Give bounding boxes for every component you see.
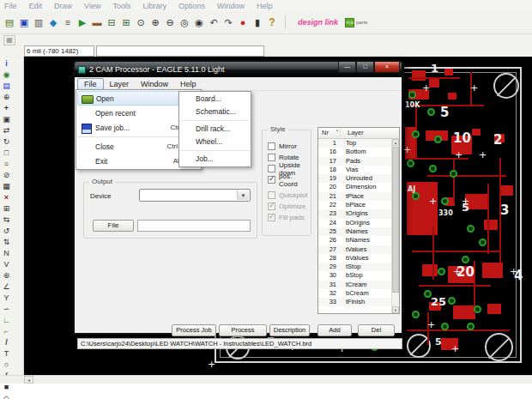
- submenu-item[interactable]: Schematic...: [180, 106, 250, 121]
- delete-tool[interactable]: ×: [1, 191, 12, 203]
- style-checkbox[interactable]: Fill pads: [268, 212, 311, 223]
- polygon-tool[interactable]: ◇: [1, 392, 12, 399]
- zoom-redraw-icon[interactable]: ◎: [178, 15, 191, 29]
- gateswap-tool[interactable]: ⇅: [1, 236, 12, 247]
- scroll-down-arrow-icon[interactable]: ▼: [392, 306, 399, 313]
- app-menu-item[interactable]: Edit: [29, 2, 43, 10]
- layer-row[interactable]: 20 Dimension: [318, 183, 399, 191]
- minimize-button[interactable]: —: [338, 62, 356, 73]
- zoom-out-icon[interactable]: ⊖: [163, 15, 177, 29]
- close-button[interactable]: ×: [374, 62, 400, 73]
- add-button[interactable]: Add: [317, 324, 352, 336]
- paste-tool[interactable]: ▦: [1, 180, 12, 191]
- app-menu-item[interactable]: Library: [142, 2, 166, 10]
- coordinate-display[interactable]: 6 mil (-780 1482): [24, 45, 94, 57]
- layer-row[interactable]: 24 bOrigins: [318, 219, 399, 227]
- save-icon[interactable]: ▣: [17, 15, 31, 29]
- device-combobox[interactable]: ▼: [139, 189, 251, 202]
- style-checkbox[interactable]: pos. Coord: [268, 174, 311, 185]
- app-menu-item[interactable]: Options: [178, 2, 205, 10]
- pinswap-tool[interactable]: ⇆: [1, 214, 12, 225]
- style-checkbox[interactable]: Quickplot: [268, 190, 311, 201]
- optimize-tool[interactable]: ∽: [1, 303, 12, 314]
- help-icon[interactable]: ?: [265, 15, 279, 29]
- layer-row[interactable]: 31 tCream: [318, 281, 399, 289]
- window-split-h-icon[interactable]: ⊟: [105, 15, 118, 29]
- layer-row[interactable]: 1 Top: [318, 139, 399, 148]
- layer-row[interactable]: 33 tFinish: [318, 298, 399, 306]
- app-menu-item[interactable]: Window: [217, 2, 245, 10]
- miter-tool[interactable]: ∠: [1, 281, 12, 292]
- mirror-tool[interactable]: ⇄: [1, 124, 12, 136]
- dialog-menu-item[interactable]: Layer: [104, 79, 136, 89]
- group-tool[interactable]: □: [1, 147, 12, 158]
- window-split-v-icon[interactable]: ⊞: [119, 15, 133, 29]
- change-tool[interactable]: ≡: [1, 158, 12, 169]
- layer-row[interactable]: 27 tValues: [318, 245, 399, 254]
- command-input[interactable]: [96, 45, 264, 57]
- layer-row[interactable]: 28 bValues: [318, 254, 399, 263]
- copy-tool[interactable]: ▣: [1, 113, 12, 124]
- zoom-fit-icon[interactable]: ⊙: [134, 15, 148, 29]
- layer-table-scrollbar[interactable]: ▲ ▼: [391, 139, 399, 313]
- dialog-menu-item[interactable]: Window: [135, 79, 174, 89]
- zoom-select-icon[interactable]: ◉: [192, 15, 206, 29]
- ripup-tool[interactable]: ⌐: [1, 325, 12, 336]
- open-icon[interactable]: ▤: [3, 15, 16, 29]
- dialog-menu-item[interactable]: Help: [174, 79, 203, 89]
- layer-row[interactable]: 21 tPlace: [318, 192, 399, 201]
- dialog-menu-item[interactable]: File: [77, 78, 104, 90]
- process-section-button[interactable]: Process Section: [219, 324, 267, 336]
- layer-row[interactable]: 32 bCream: [318, 289, 399, 298]
- rotate-tool[interactable]: ↻: [1, 136, 12, 147]
- column-nr[interactable]: Nr▲: [318, 128, 341, 138]
- submenu-item[interactable]: Board...: [180, 93, 250, 106]
- layer-row[interactable]: 22 bPlace: [318, 201, 399, 209]
- move-tool[interactable]: +: [1, 102, 12, 113]
- circle-tool[interactable]: ○: [1, 359, 12, 370]
- info-tool[interactable]: i: [1, 57, 12, 69]
- process-job-button[interactable]: Process Job: [172, 324, 216, 336]
- layer-row[interactable]: 17 Pads: [318, 157, 399, 166]
- add-tool[interactable]: ⊞: [1, 203, 12, 214]
- app-menu-item[interactable]: Help: [257, 2, 273, 10]
- app-menu-item[interactable]: View: [84, 2, 100, 10]
- maximize-button[interactable]: □: [356, 62, 374, 73]
- undo-icon[interactable]: ↶: [207, 15, 221, 29]
- horizontal-scrollbar[interactable]: ◂: [0, 375, 532, 384]
- zoom-in-icon[interactable]: ⊕: [148, 15, 162, 29]
- value-tool[interactable]: V: [1, 258, 12, 269]
- submenu-item[interactable]: Drill rack...: [180, 123, 250, 136]
- wire-tool[interactable]: /: [1, 336, 12, 348]
- traffic-light-icon[interactable]: ▮: [251, 15, 264, 29]
- file-button[interactable]: File: [93, 220, 134, 232]
- cam-processor-icon[interactable]: ◆: [46, 15, 60, 29]
- split-tool[interactable]: Y: [1, 292, 12, 303]
- app-menu-item[interactable]: Draw: [54, 2, 72, 10]
- script-icon[interactable]: ≡: [61, 15, 75, 29]
- print-icon[interactable]: ▥: [32, 15, 45, 29]
- stop-icon[interactable]: ●: [236, 15, 250, 29]
- dialog-titlebar[interactable]: 2 CAM Processor - EAGLE 5.11.0 Light —□×: [75, 62, 402, 77]
- layer-row[interactable]: 26 bNames: [318, 236, 399, 245]
- del-button[interactable]: Del: [358, 324, 395, 336]
- app-menu-item[interactable]: File: [4, 2, 17, 10]
- layer-row[interactable]: 25 tNames: [318, 227, 399, 236]
- layer-row[interactable]: 29 tStop: [318, 263, 399, 271]
- layer-row[interactable]: 18 Vias: [318, 166, 399, 174]
- app-menu-item[interactable]: Tools: [112, 2, 130, 10]
- redo-icon[interactable]: ↷: [221, 15, 235, 29]
- column-layer[interactable]: Layer: [341, 128, 399, 138]
- name-tool[interactable]: N: [1, 247, 12, 258]
- layer-table-header[interactable]: Nr▲ Layer: [318, 128, 399, 139]
- layer-row[interactable]: 16 Bottom: [318, 148, 399, 156]
- scroll-up-arrow-icon[interactable]: ▲: [392, 139, 399, 146]
- combo-dropdown-arrow-icon[interactable]: ▼: [237, 190, 249, 200]
- style-checkbox[interactable]: Optimize: [268, 201, 311, 212]
- layer-row[interactable]: 19 Unrouted: [318, 174, 399, 183]
- run-ulp-icon[interactable]: ▶: [76, 15, 89, 29]
- library-icon[interactable]: ▬: [90, 15, 104, 29]
- show-tool[interactable]: ◉: [1, 69, 12, 80]
- layer-row[interactable]: 30 bStop: [318, 271, 399, 280]
- grid-icon[interactable]: ▦: [3, 35, 15, 45]
